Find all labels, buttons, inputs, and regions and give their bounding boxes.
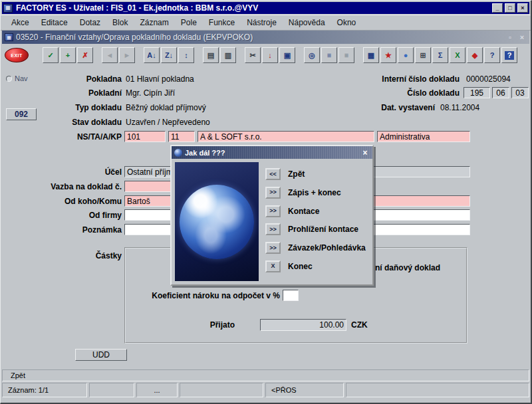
konec-button[interactable]: X [265, 260, 281, 272]
tools-icon[interactable]: ◆ [467, 47, 483, 63]
menu-dotaz[interactable]: Dotaz [74, 16, 106, 29]
cislo-dokladu-field-2[interactable]: 06 [492, 87, 509, 98]
calendar-icon[interactable]: ⊞ [415, 47, 431, 63]
prijato-field[interactable]: 100.00 [260, 319, 346, 331]
menu-nastroje[interactable]: Nástroje [241, 16, 282, 29]
kontace-button[interactable]: >> [265, 205, 281, 217]
udd-button[interactable]: UDD [75, 349, 127, 361]
dialog-body: << Zpět >> Zápis + konec [172, 159, 372, 284]
delete-record-icon[interactable]: ✗ [77, 47, 93, 63]
dialog-action-label: Konec [288, 262, 313, 271]
status-message-bar: Zpět [2, 369, 529, 381]
dialog-action-label: Zápis + konec [288, 188, 341, 197]
danovy-doklad-label: ní daňový doklad [375, 263, 468, 272]
sort-icon[interactable]: ↕ [178, 47, 194, 63]
cloud-icon[interactable]: ● [398, 47, 414, 63]
restore-window-icon[interactable]: ▫ [505, 33, 515, 41]
commit-icon[interactable]: ✓ [43, 47, 59, 63]
cislo-dokladu-field-3[interactable]: 03 [511, 87, 529, 98]
status-record-bar: Záznam: 1/1 ... <PŘOS [2, 383, 529, 397]
menu-napoveda[interactable]: Nápověda [283, 16, 331, 29]
cut-icon[interactable]: ✂ [245, 47, 261, 63]
table-icon[interactable]: ▦ [363, 47, 379, 63]
print-preview-icon[interactable]: ▥ [220, 47, 236, 63]
print-icon[interactable]: ▤ [203, 47, 219, 63]
radio-icon [6, 76, 12, 82]
pokladni-value: Mgr. Cipín Jiří [126, 88, 175, 98]
maximize-icon[interactable]: □ [505, 3, 515, 13]
globe-image [175, 162, 259, 281]
settings-icon[interactable]: ★ [380, 47, 396, 63]
prijato-label: Přijato [168, 320, 235, 330]
record-counter: Záznam: 1/1 [2, 383, 87, 397]
help-icon[interactable]: ? [501, 47, 517, 63]
copy-icon[interactable]: ▣ [279, 47, 295, 63]
menu-zaznam[interactable]: Záznam [134, 16, 174, 29]
dat-vystaveni-label: Dat. vystavení [336, 103, 435, 112]
akce-field[interactable]: A & L SOFT s.r.o. [198, 131, 374, 142]
menu-pole[interactable]: Pole [176, 16, 202, 29]
insert-record-icon[interactable]: + [60, 47, 76, 63]
interni-cislo-value: 0000025094 [466, 74, 511, 84]
currency-label: CZK [351, 320, 378, 330]
dialog-action-label: Prohlížení kontace [288, 225, 358, 234]
nav-radio[interactable]: Nav [6, 74, 28, 82]
status-message: Zpět [11, 371, 25, 379]
close-window-icon[interactable]: × [517, 33, 527, 41]
excel-export-icon[interactable]: X [450, 47, 466, 63]
toolbar: EXIT ✓ + ✗ ◄ ► [1, 44, 531, 66]
zapis-konec-button[interactable]: >> [265, 187, 281, 199]
zpet-button[interactable]: << [265, 168, 281, 180]
dialog-action-row: X Konec [265, 258, 368, 274]
dialog-action-label: Závazek/Pohledávka [288, 243, 366, 252]
kp-field[interactable]: Administrativa [377, 131, 470, 142]
list-view-icon[interactable]: ≡ [321, 47, 337, 63]
menu-editace[interactable]: Editace [36, 16, 73, 29]
form-title: 03520 - Finanční vztahy/Oprava pokladníh… [16, 33, 253, 42]
dialog-action-row: >> Zápis + konec [265, 185, 368, 201]
pokladni-label: Pokladní [27, 88, 122, 98]
sort-ascending-icon[interactable]: A↓ [144, 47, 160, 63]
exit-button[interactable]: EXIT [5, 48, 29, 62]
status-mode: <PŘOS [265, 383, 344, 397]
koeficient-field[interactable] [283, 290, 299, 301]
dialog-action-row: >> Závazek/Pohledávka [265, 240, 368, 256]
typ-dokladu-value: Běžný doklad příjmový [126, 103, 206, 112]
pokladna-label: Pokladna [27, 74, 122, 84]
ta-field[interactable]: 11 [168, 131, 195, 142]
title-bar: ▦ FACTORY ES - Uživatel : FIS_01 - Ek.je… [2, 2, 529, 14]
next-block-icon[interactable]: ► [119, 47, 135, 63]
dialog-close-icon[interactable]: × [360, 148, 370, 157]
pokladna-value: 01 Hlavní pokladna [126, 74, 194, 84]
info-icon[interactable]: ? [484, 47, 500, 63]
koeficient-label: Koeficient nároku na odpočet v % [100, 291, 280, 300]
detail-view-icon[interactable]: ≡ [338, 47, 354, 63]
menu-funkce[interactable]: Funkce [203, 16, 240, 29]
application-icon: ▦ [3, 4, 13, 13]
dialog-action-row: << Zpět [265, 166, 368, 182]
form-icon: ▦ [5, 33, 13, 41]
menu-blok[interactable]: Blok [107, 16, 133, 29]
menu-akce[interactable]: Akce [6, 16, 35, 29]
stav-dokladu-value: Uzavřen / Nepřevedeno [126, 118, 210, 127]
sum-icon[interactable]: Σ [432, 47, 448, 63]
previous-block-icon[interactable]: ◄ [102, 47, 118, 63]
zavazek-pohledavka-button[interactable]: >> [265, 242, 281, 254]
menu-bar: Akce Editace Dotaz Blok Záznam Pole Funk… [1, 15, 531, 31]
status-cell-empty-2 [180, 383, 263, 397]
sort-descending-icon[interactable]: Z↓ [161, 47, 177, 63]
stav-dokladu-label: Stav dokladu [27, 118, 122, 127]
poznamka-label: Poznámka [27, 225, 122, 235]
form-area: Nav 092 Pokladna 01 Hlavní pokladna Inte… [1, 66, 531, 369]
paste-icon[interactable]: ↓ [262, 47, 278, 63]
minimize-icon[interactable]: _ [492, 3, 503, 13]
find-icon[interactable]: ◎ [304, 47, 320, 63]
menu-okno[interactable]: Okno [332, 16, 362, 29]
status-cell-empty-1 [89, 383, 134, 397]
cislo-dokladu-label: Číslo dokladu [356, 88, 460, 98]
close-icon[interactable]: × [517, 3, 528, 13]
cislo-dokladu-field-1[interactable]: 195 [464, 87, 490, 98]
prohlizeni-kontace-button[interactable]: >> [265, 223, 281, 235]
ns-field[interactable]: 101 [124, 131, 166, 142]
dialog-action-label: Zpět [288, 169, 305, 179]
